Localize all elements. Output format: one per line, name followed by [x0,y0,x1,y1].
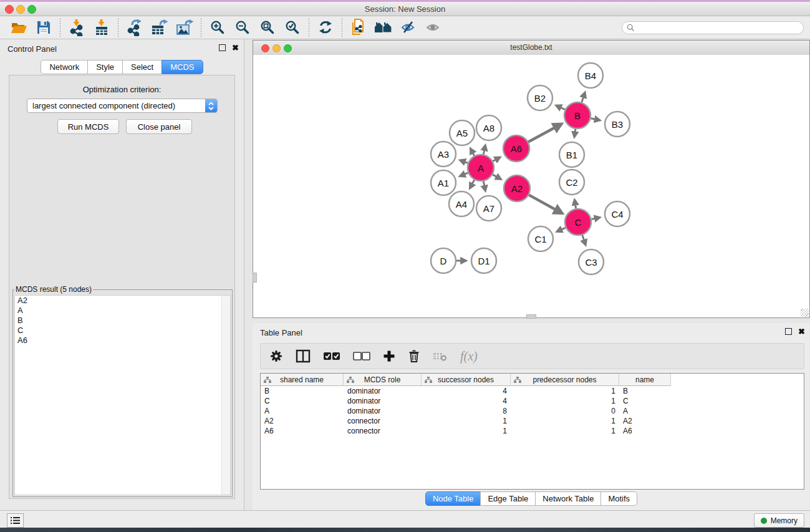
delete-table-icon[interactable] [433,351,448,362]
search-input[interactable] [635,22,793,32]
run-mcds-button[interactable]: Run MCDS [57,119,119,134]
table-cell[interactable]: B [261,386,344,396]
graph-edge-A-A8[interactable] [483,145,485,154]
graph-edge-B-B3[interactable] [591,118,599,120]
criterion-dropdown[interactable]: largest connected component (directed) [27,99,218,113]
refresh-layout-icon[interactable] [313,17,338,37]
table-row[interactable]: Cdominator41C [261,396,804,406]
table-cell[interactable]: C [261,396,344,406]
column-header-successor-nodes[interactable]: successor nodes [422,374,511,386]
table-cell[interactable]: 1 [422,416,511,426]
mcds-result-item[interactable]: B [15,316,230,326]
graph-edge-B-B1[interactable] [574,129,576,137]
table-cell[interactable]: 4 [422,396,511,406]
import-network-icon[interactable] [64,17,89,37]
task-history-button[interactable] [7,513,24,528]
column-header-shared-name[interactable]: shared name [261,374,344,386]
close-panel-button[interactable]: Close panel [126,119,192,134]
network-graph[interactable]: B4B2BB3A5A8A6A3B1AA1C2A2A4A7CC4C1C3DD1 [253,55,809,317]
hide-visual-properties-icon[interactable] [396,17,421,37]
table-cell[interactable]: C [619,396,671,406]
memory-button[interactable]: Memory [754,513,804,528]
column-header-predecessor-nodes[interactable]: predecessor nodes [511,374,619,386]
table-cell[interactable]: 1 [511,426,619,436]
graph-edge-C-C1[interactable] [557,228,565,231]
graph-edge-B-B4[interactable] [582,93,585,103]
resize-grip[interactable] [801,309,809,317]
network-window-titlebar[interactable]: testGlobe.txt [253,41,809,56]
mcds-result-item[interactable]: A [15,306,230,316]
table-cell[interactable]: A [261,406,344,416]
save-session-icon[interactable] [31,17,56,37]
table-cell[interactable]: connector [344,416,422,426]
tab-edge-table[interactable]: Edge Table [480,491,536,506]
table-cell[interactable]: dominator [344,406,422,416]
float-panel-icon[interactable] [219,44,226,51]
table-cell[interactable]: dominator [344,386,422,396]
zoom-fit-icon[interactable] [255,17,280,37]
mcds-result-item[interactable]: A6 [15,336,230,346]
close-table-panel-icon[interactable]: ✖ [798,328,805,335]
network-canvas[interactable]: B4B2BB3A5A8A6A3B1AA1C2A2A4A7CC4C1C3DD1 [253,55,809,317]
column-header-name[interactable]: name [619,374,671,386]
graph-edge-C-C3[interactable] [582,235,586,245]
table-cell[interactable]: 1 [511,396,619,406]
export-table-icon[interactable] [147,17,172,37]
table-cell[interactable]: 0 [511,406,619,416]
apply-function-icon[interactable]: f(x) [460,349,478,364]
tab-mcds[interactable]: MCDS [162,60,203,74]
node-table[interactable]: shared nameMCDS rolesuccessor nodesprede… [260,373,804,490]
mcds-result-list[interactable]: A2ABCA6 [14,295,231,495]
search-field[interactable] [622,21,804,34]
home-icon[interactable] [371,17,396,37]
table-row[interactable]: A6connector11A6 [261,426,804,436]
zoom-out-icon[interactable] [230,17,255,37]
graph-edge-C-C2[interactable] [574,200,576,209]
splitter-handle-bottom[interactable] [526,314,536,319]
table-cell[interactable]: 8 [422,406,511,416]
deselect-all-rows-icon[interactable] [353,351,370,361]
table-cell[interactable]: A6 [619,426,671,436]
tab-network-table[interactable]: Network Table [535,491,601,506]
table-cell[interactable]: A2 [619,416,671,426]
tab-network[interactable]: Network [41,60,88,74]
float-table-panel-icon[interactable] [785,328,792,335]
delete-column-icon[interactable] [408,349,420,363]
table-cell[interactable]: dominator [344,396,422,406]
graph-edge-A2-C[interactable] [529,195,561,213]
table-cell[interactable]: A6 [261,426,344,436]
graph-edge-A-A3[interactable] [460,160,468,163]
table-cell[interactable]: connector [344,426,422,436]
mcds-result-item[interactable]: C [15,326,230,336]
tab-motifs[interactable]: Motifs [600,491,637,506]
select-all-rows-icon[interactable] [323,351,340,361]
column-header-MCDS-role[interactable]: MCDS role [344,374,422,386]
graph-edge-C-C4[interactable] [592,218,600,220]
mcds-result-item[interactable]: A2 [15,296,230,306]
scrollbar-track[interactable] [221,296,230,495]
show-visual-properties-icon[interactable] [421,17,446,37]
table-cell[interactable]: B [619,386,671,396]
table-cell[interactable]: 1 [511,386,619,396]
clone-network-icon[interactable] [346,17,371,37]
tab-node-table[interactable]: Node Table [425,491,481,506]
table-cell[interactable]: 1 [511,416,619,426]
splitter-handle-left[interactable] [253,273,257,283]
table-row[interactable]: Adominator80A [261,406,804,416]
table-settings-icon[interactable] [269,349,283,363]
zoom-in-icon[interactable] [205,17,230,37]
tab-select[interactable]: Select [122,60,162,74]
graph-edge-A-A7[interactable] [483,181,485,191]
tab-style[interactable]: Style [87,60,123,74]
split-table-icon[interactable] [296,349,311,363]
table-cell[interactable]: 1 [422,426,511,436]
open-session-icon[interactable] [6,17,31,37]
graph-edge-A-A1[interactable] [460,173,468,176]
graph-edge-A-A5[interactable] [471,149,475,156]
export-image-icon[interactable] [172,17,197,37]
graph-edge-A-A2[interactable] [493,175,501,179]
graph-edge-A-A6[interactable] [493,157,499,161]
table-cell[interactable]: 4 [422,386,511,396]
zoom-selected-icon[interactable] [280,17,305,37]
export-network-icon[interactable] [122,17,147,37]
